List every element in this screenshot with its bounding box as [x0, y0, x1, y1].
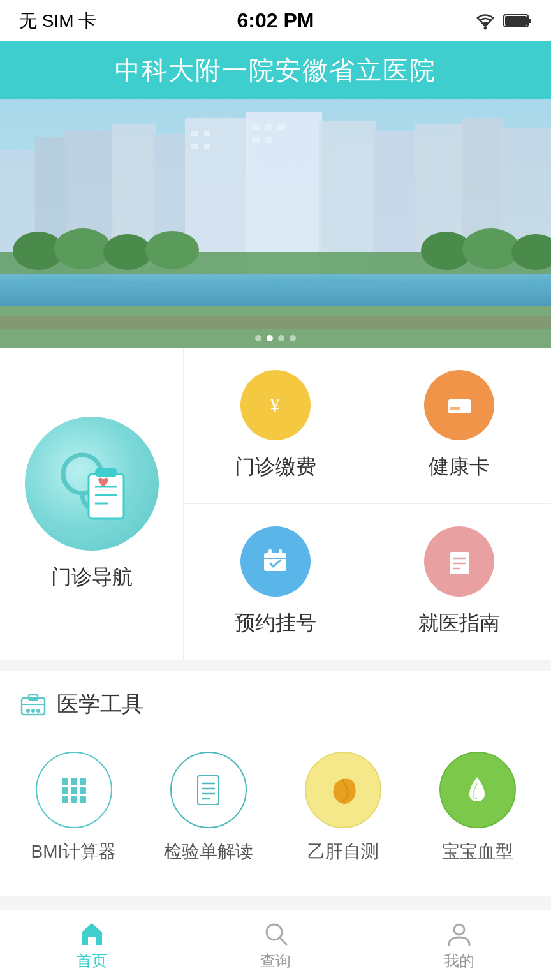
tool-bmi[interactable]: BMI计算器: [6, 752, 141, 864]
tools-grid: BMI计算器 检验单解读: [0, 732, 551, 883]
guide-icon: [424, 526, 494, 597]
svg-rect-48: [264, 553, 286, 571]
svg-rect-69: [71, 796, 77, 803]
svg-rect-18: [204, 131, 210, 136]
bmi-label: BMI计算器: [31, 840, 117, 864]
dot-1: [255, 335, 261, 341]
tools-icon: [19, 690, 47, 718]
navigation-icon: [25, 417, 159, 551]
navigation-label: 门诊导航: [51, 563, 133, 591]
nav-item-home[interactable]: 首页: [0, 910, 184, 980]
blood-type-label: 宝宝血型: [442, 840, 513, 864]
tools-header: 医学工具: [0, 671, 551, 732]
app-title: 中科大附一院安徽省立医院: [115, 53, 436, 88]
nav-search-label: 查询: [260, 951, 291, 971]
svg-rect-3: [505, 16, 527, 26]
svg-point-30: [145, 231, 199, 269]
nav-profile-label: 我的: [444, 951, 474, 971]
hepatitis-label: 乙肝自测: [307, 840, 379, 864]
grid-item-health-card[interactable]: 健康卡: [367, 348, 551, 504]
svg-rect-21: [252, 124, 260, 130]
svg-rect-40: [95, 468, 117, 477]
dot-3: [278, 335, 284, 341]
status-icons: [474, 12, 532, 30]
dot-4: [290, 335, 296, 341]
payment-icon: ¥: [240, 370, 311, 440]
nav-home-label: 首页: [77, 951, 107, 971]
report-icon: [170, 752, 247, 828]
tools-title: 医学工具: [57, 690, 143, 719]
svg-rect-17: [191, 131, 198, 136]
grid-item-guide[interactable]: 就医指南: [367, 504, 551, 660]
hepatitis-icon: [305, 752, 381, 828]
svg-point-61: [36, 709, 40, 713]
wifi-icon: [474, 12, 497, 30]
svg-line-77: [280, 938, 286, 944]
svg-rect-22: [265, 124, 272, 130]
svg-point-28: [54, 228, 112, 269]
svg-rect-62: [62, 778, 68, 785]
svg-rect-71: [198, 776, 219, 805]
svg-rect-63: [71, 778, 77, 785]
svg-rect-2: [528, 19, 531, 23]
tool-report[interactable]: 检验单解读: [141, 752, 276, 864]
svg-point-59: [26, 709, 30, 713]
home-icon: [78, 919, 106, 947]
report-label: 检验单解读: [164, 840, 253, 864]
appointment-icon: [240, 526, 311, 597]
grid-item-appointment[interactable]: 预约挂号: [184, 504, 367, 660]
svg-rect-65: [62, 787, 68, 794]
health-card-icon: [424, 370, 494, 440]
payment-label: 门诊缴费: [235, 453, 316, 481]
time-display: 6:02 PM: [237, 9, 314, 33]
svg-rect-70: [80, 796, 86, 803]
bottom-nav: 首页 查询 我的: [0, 910, 551, 980]
health-card-label: 健康卡: [429, 453, 490, 481]
svg-rect-67: [80, 787, 86, 794]
svg-point-32: [462, 228, 520, 269]
carrier-text: 无 SIM 卡: [19, 9, 96, 33]
svg-point-78: [454, 924, 464, 935]
status-bar: 无 SIM 卡 6:02 PM: [0, 0, 551, 41]
tools-section: 医学工具 BMI计算器: [0, 671, 551, 896]
svg-rect-66: [71, 787, 77, 794]
blood-type-icon: [439, 752, 516, 828]
banner[interactable]: [0, 99, 551, 348]
nav-item-profile[interactable]: 我的: [367, 910, 551, 980]
guide-label: 就医指南: [418, 609, 500, 637]
svg-rect-23: [277, 124, 285, 130]
svg-text:¥: ¥: [270, 394, 280, 417]
search-icon: [261, 919, 290, 947]
battery-icon: [503, 13, 532, 29]
grid-item-navigation[interactable]: 门诊导航: [0, 348, 184, 660]
svg-point-0: [484, 26, 487, 29]
svg-point-60: [31, 709, 35, 713]
tool-blood-type[interactable]: 宝宝血型: [410, 752, 545, 864]
svg-rect-25: [265, 137, 272, 143]
banner-dots: [255, 335, 296, 341]
svg-rect-36: [0, 316, 551, 329]
svg-rect-47: [450, 407, 460, 410]
profile-icon: [445, 919, 473, 947]
svg-rect-20: [204, 144, 210, 149]
bmi-icon: [36, 752, 112, 828]
svg-point-29: [103, 234, 152, 270]
svg-rect-68: [62, 796, 68, 803]
svg-rect-50: [268, 549, 272, 556]
dot-2: [267, 335, 273, 341]
nav-item-search[interactable]: 查询: [184, 910, 367, 980]
app-header: 中科大附一院安徽省立医院: [0, 41, 551, 99]
svg-rect-19: [191, 144, 198, 149]
grid-item-payment[interactable]: ¥ 门诊缴费: [184, 348, 367, 504]
svg-rect-24: [252, 137, 260, 143]
svg-rect-51: [279, 549, 282, 556]
tool-hepatitis[interactable]: 乙肝自测: [276, 752, 410, 864]
main-grid: 门诊导航 ¥ 门诊缴费 健康卡: [0, 348, 551, 660]
appointment-label: 预约挂号: [235, 609, 316, 637]
svg-rect-64: [80, 778, 86, 785]
